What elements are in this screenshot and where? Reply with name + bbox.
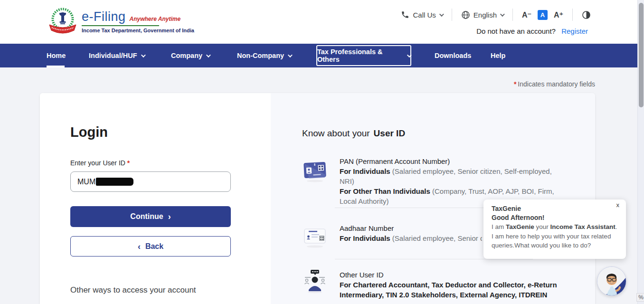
other-user-id-icon: [302, 269, 328, 294]
register-link[interactable]: Register: [561, 27, 588, 35]
income-tax-emblem-icon: [47, 7, 78, 36]
chevron-right-icon: ›: [168, 212, 171, 221]
pan-line-individuals: For Individuals (Salaried employee, Seni…: [340, 166, 559, 186]
scrollbar-thumb[interactable]: [639, 3, 644, 107]
other-user-id-description: Other User ID For Chartered Accountant, …: [340, 270, 559, 300]
taxgenie-chat-popup: x TaxGenie Good Afternoon! I am TaxGenie…: [483, 200, 626, 259]
logo-text: e-Filing Anywhere Anytime Income Tax Dep…: [82, 10, 194, 33]
brand-name: e-Filing: [82, 10, 126, 24]
nav-individual-label: Individual/HUF: [89, 52, 137, 59]
account-prompt-text: Do not have an account?: [476, 27, 556, 35]
nav-help-label: Help: [491, 52, 505, 59]
chat-bot-name: TaxGenie: [492, 205, 618, 212]
other-user-id-line: For Chartered Accountant, Tax Deductor a…: [340, 280, 559, 300]
user-id-input[interactable]: MUM: [70, 171, 231, 192]
call-us-label: Call Us: [413, 11, 436, 19]
chevron-down-icon: [407, 53, 412, 57]
nav-non-company-label: Non-Company: [237, 52, 284, 59]
login-card: Login Enter your User ID * MUM Continue …: [40, 93, 595, 304]
divider: [452, 9, 452, 21]
know-user-id-panel: Know about yourUser ID PAN (Permanent A: [271, 93, 595, 304]
chevron-down-icon: [439, 12, 444, 17]
active-tab-indicator: [47, 66, 65, 67]
required-asterisk: *: [127, 159, 130, 167]
call-us-menu[interactable]: Call Us: [401, 10, 442, 19]
divider: [572, 9, 573, 21]
nav-item-non-company[interactable]: Non-Company: [237, 44, 291, 67]
divider: [512, 9, 513, 21]
vertical-scrollbar[interactable]: [637, 0, 644, 304]
nav-item-downloads[interactable]: Downloads: [435, 44, 471, 67]
aadhaar-card-icon: [302, 224, 328, 249]
font-decrease-button[interactable]: A⁻: [522, 10, 531, 19]
language-menu[interactable]: English: [461, 10, 503, 19]
asterisk: *: [514, 80, 516, 88]
pan-card-icon: [302, 159, 328, 183]
phone-icon: [401, 10, 409, 19]
globe-icon: [461, 10, 470, 19]
other-ways-heading: Other ways to access your account: [70, 285, 196, 295]
nav-item-company[interactable]: Company: [171, 44, 209, 67]
contrast-toggle-icon[interactable]: [582, 10, 591, 19]
know-title-prefix: Know about your: [302, 128, 370, 138]
logo-green-rule: [82, 25, 159, 26]
chat-greeting: Good Afternoon!: [492, 214, 618, 221]
header-utilities: Call Us English A⁻ A A⁺: [401, 8, 591, 22]
efiling-login-page: e-Filing Anywhere Anytime Income Tax Dep…: [0, 0, 644, 304]
department-name: Income Tax Department, Government of Ind…: [82, 28, 194, 33]
nav-tax-professionals-label: Tax Professionals & Others: [317, 48, 403, 63]
continue-label: Continue: [130, 212, 163, 221]
user-id-value: MUM: [77, 178, 95, 186]
site-logo[interactable]: e-Filing Anywhere Anytime Income Tax Dep…: [47, 7, 194, 36]
aadhaar-description: Aadhaar Number For Individuals (Salaried…: [340, 223, 482, 243]
language-label: English: [474, 11, 497, 19]
nav-item-home[interactable]: Home: [47, 44, 66, 67]
account-prompt-row: Do not have an account? Register: [476, 27, 588, 35]
brand-tagline: Anywhere Anytime: [130, 16, 181, 22]
user-id-label: Enter your User ID *: [70, 159, 131, 167]
top-header: e-Filing Anywhere Anytime Income Tax Dep…: [0, 0, 644, 44]
chevron-down-icon: [141, 53, 145, 57]
divider: [335, 259, 533, 259]
know-title-bold: User ID: [374, 128, 406, 138]
chevron-down-icon: [500, 12, 505, 17]
mandatory-note-text: Indicates mandatory fields: [518, 80, 595, 88]
chevron-down-icon: [206, 53, 211, 57]
redacted-text-block: [96, 178, 133, 186]
pan-title: PAN (Permanent Account Number): [340, 156, 559, 166]
nav-home-label: Home: [47, 52, 66, 59]
font-normal-button[interactable]: A: [538, 10, 548, 20]
nav-downloads-label: Downloads: [435, 52, 471, 59]
page-title: Login: [70, 124, 108, 140]
aadhaar-title: Aadhaar Number: [340, 223, 482, 233]
main-navigation: Home Individual/HUF Company Non-Company …: [0, 44, 644, 67]
zoom-percent-badge: %: [636, 293, 644, 302]
aadhaar-line-individuals: For Individuals (Salaried employee, Seni…: [340, 233, 482, 243]
other-user-id-title: Other User ID: [340, 270, 559, 280]
login-panel: Login Enter your User ID * MUM Continue …: [40, 93, 271, 304]
pan-description: PAN (Permanent Account Number) For Indiv…: [340, 156, 559, 206]
font-increase-button[interactable]: A⁺: [554, 10, 563, 19]
back-label: Back: [145, 242, 163, 251]
nav-item-individual-huf[interactable]: Individual/HUF: [89, 44, 144, 67]
back-button[interactable]: ‹ Back: [70, 236, 231, 256]
close-icon[interactable]: x: [616, 201, 620, 209]
taxgenie-avatar-button[interactable]: [597, 266, 626, 296]
know-section-title: Know about yourUser ID: [302, 128, 405, 139]
nav-item-tax-professionals[interactable]: Tax Professionals & Others: [316, 45, 411, 66]
nav-company-label: Company: [171, 52, 202, 59]
user-id-label-text: Enter your User ID: [70, 159, 127, 167]
chevron-left-icon: ‹: [138, 242, 141, 251]
nav-item-help[interactable]: Help: [491, 44, 505, 67]
continue-button[interactable]: Continue ›: [70, 206, 231, 227]
mandatory-fields-note: *Indicates mandatory fields: [514, 80, 595, 88]
chevron-down-icon: [288, 53, 293, 57]
assistant-avatar-icon: [597, 267, 626, 295]
chat-message: I am TaxGenie your Income Tax Assistant.…: [492, 222, 618, 250]
